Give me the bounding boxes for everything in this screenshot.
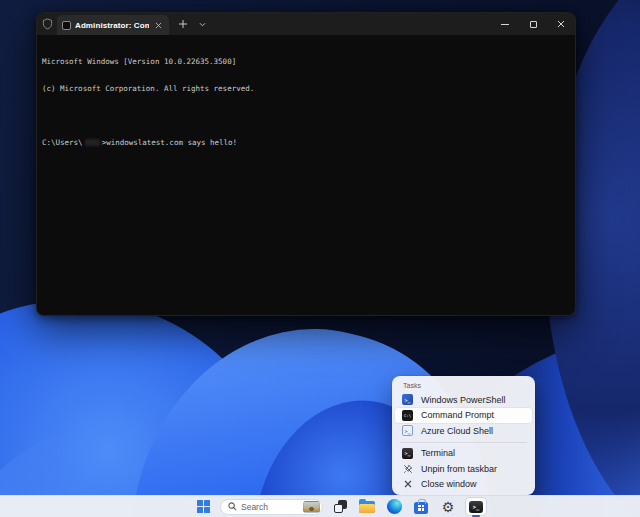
settings-button[interactable]: ⚙ (438, 497, 458, 517)
tab-close-icon[interactable] (153, 20, 164, 31)
microsoft-store-icon (414, 502, 428, 514)
search-placeholder: Search (241, 502, 299, 512)
terminal-titlebar[interactable]: Administrator: Command Pro (37, 13, 575, 35)
cmd-tab-icon (62, 21, 71, 30)
taskbar-center-group: Search ⚙ (193, 497, 487, 517)
prompt-path: C:\Users\ (42, 138, 83, 147)
admin-shield-icon (37, 13, 57, 35)
titlebar-drag-area[interactable] (211, 13, 491, 35)
jumplist-item-command-prompt[interactable]: C:\ Command Prompt (395, 408, 532, 424)
terminal-output-area[interactable]: Microsoft Windows [Version 10.0.22635.35… (37, 35, 575, 316)
blurred-username (85, 139, 100, 146)
taskbar-search-box[interactable]: Search (220, 499, 323, 515)
microsoft-store-button[interactable] (411, 497, 431, 517)
terminal-tab-command-prompt[interactable]: Administrator: Command Pro (57, 15, 169, 35)
close-icon (557, 20, 565, 28)
jumplist-item-windows-powershell[interactable]: >_ Windows PowerShell (395, 392, 532, 408)
search-icon (228, 502, 237, 511)
task-view-button[interactable] (330, 497, 350, 517)
powershell-icon: >_ (402, 394, 413, 405)
terminal-output-line: Microsoft Windows [Version 10.0.22635.35… (42, 57, 570, 66)
close-window-button[interactable] (547, 13, 575, 35)
jumplist-item-unpin-from-taskbar[interactable]: Unpin from taskbar (395, 461, 532, 477)
terminal-icon: >_ (402, 448, 413, 459)
start-button[interactable] (193, 497, 213, 517)
jumplist-item-label: Close window (421, 479, 477, 489)
edge-icon (387, 499, 402, 514)
minimize-icon (501, 24, 509, 25)
taskbar-jumplist: Tasks >_ Windows PowerShell C:\ Command … (392, 376, 535, 495)
unpin-icon (402, 463, 413, 474)
windows-logo-icon (197, 500, 210, 513)
new-tab-button[interactable] (173, 13, 193, 35)
terminal-window: Administrator: Command Pro (36, 12, 576, 316)
terminal-prompt-line: C:\Users\>windowslatest.com says hello! (42, 138, 570, 147)
jumplist-item-terminal[interactable]: >_ Terminal (395, 446, 532, 462)
tab-title: Administrator: Command Pro (75, 21, 149, 30)
cmd-icon: C:\ (402, 410, 413, 421)
prompt-command: >windowslatest.com says hello! (102, 138, 237, 147)
maximize-icon (530, 21, 537, 28)
azure-cloud-shell-icon: >_ (402, 425, 413, 436)
terminal-icon: >_ (469, 501, 483, 513)
maximize-button[interactable] (519, 13, 547, 35)
task-view-icon (334, 500, 347, 513)
terminal-taskbar-button[interactable]: >_ (465, 497, 487, 516)
file-explorer-icon (359, 501, 375, 513)
jumplist-item-azure-cloud-shell[interactable]: >_ Azure Cloud Shell (395, 423, 532, 439)
search-highlight-image[interactable] (303, 501, 320, 513)
jumplist-item-label: Windows PowerShell (421, 395, 506, 405)
terminal-blank-line (42, 111, 570, 120)
taskbar: Search ⚙ (0, 495, 640, 517)
file-explorer-button[interactable] (357, 497, 377, 517)
tab-dropdown-button[interactable] (193, 13, 211, 35)
minimize-button[interactable] (491, 13, 519, 35)
settings-gear-icon: ⚙ (442, 500, 455, 514)
jumplist-separator (400, 442, 527, 443)
jumplist-item-label: Command Prompt (421, 410, 494, 420)
jumplist-header: Tasks (392, 381, 535, 392)
desktop: Administrator: Command Pro (0, 0, 640, 517)
jumplist-item-close-window[interactable]: Close window (395, 477, 532, 493)
jumplist-item-label: Azure Cloud Shell (421, 426, 493, 436)
edge-button[interactable] (384, 497, 404, 517)
close-icon (402, 479, 413, 490)
jumplist-item-label: Unpin from taskbar (421, 464, 497, 474)
jumplist-item-label: Terminal (421, 448, 455, 458)
terminal-output-line: (c) Microsoft Corporation. All rights re… (42, 84, 570, 93)
